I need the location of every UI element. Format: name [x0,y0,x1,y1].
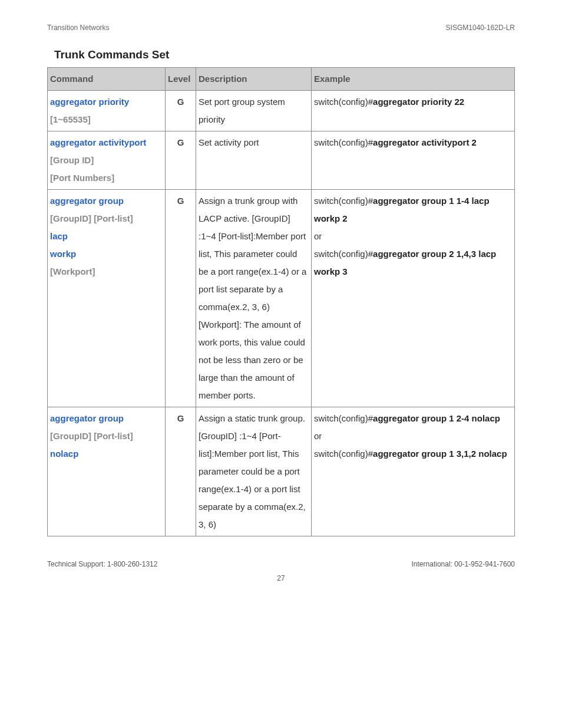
example-cell: switch(config)#aggregator activityport 2 [312,131,515,190]
example-line: or [314,228,512,245]
description-cell: Assign a trunk group with LACP active. [… [196,190,312,407]
command-part: aggregator group [50,410,163,427]
col-desc: Description [196,68,312,91]
page-number: 27 [47,574,515,582]
example-prefix: switch(config)# [314,137,373,147]
example-line: switch(config)#aggregator activityport 2 [314,134,512,151]
example-line: or [314,427,512,445]
example-prefix: or [314,231,322,241]
table-row: aggregator activityport[Group ID][Port N… [48,131,515,190]
table-row: aggregator group[GroupID] [Port-list]lac… [48,190,515,407]
example-cell: switch(config)#aggregator group 1 2-4 no… [312,407,515,536]
example-line: switch(config)#aggregator group 1 1-4 la… [314,192,512,228]
example-line: switch(config)#aggregator group 2 1,4,3 … [314,245,512,281]
example-prefix: switch(config)# [314,97,373,107]
example-bold: aggregator group 1 2-4 nolacp [373,413,500,423]
example-line: switch(config)#aggregator group 1 3,1,2 … [314,445,512,463]
description-cell: Set activity port [196,131,312,190]
command-part: [Group ID] [50,151,163,169]
example-bold: aggregator activityport 2 [373,137,477,147]
col-level: Level [166,68,196,91]
command-part: aggregator activityport [50,134,163,151]
col-example: Example [312,68,515,91]
example-cell: switch(config)#aggregator priority 22 [312,91,515,131]
command-cell: aggregator group[GroupID] [Port-list]lac… [48,190,166,407]
example-cell: switch(config)#aggregator group 1 1-4 la… [312,190,515,407]
example-prefix: switch(config)# [314,196,373,206]
header-left: Transition Networks [47,24,110,32]
description-cell: Assign a static trunk group. [GroupID] :… [196,407,312,536]
page-header: Transition Networks SISGM1040-162D-LR [47,24,515,32]
example-prefix: switch(config)# [314,449,373,459]
command-part: [GroupID] [Port-list] [50,427,163,445]
table-row: aggregator group[GroupID] [Port-list]nol… [48,407,515,536]
command-part: [Workport] [50,263,163,281]
example-bold: aggregator group 1 3,1,2 nolacp [373,449,507,459]
example-prefix: or [314,431,322,441]
command-part: workp [50,245,163,263]
command-cell: aggregator activityport[Group ID][Port N… [48,131,166,190]
example-line: switch(config)#aggregator group 1 2-4 no… [314,410,512,427]
command-part: aggregator group [50,192,163,210]
level-cell: G [166,131,196,190]
level-cell: G [166,91,196,131]
command-cell: aggregator priority[1~65535] [48,91,166,131]
section-title: Trunk Commands Set [54,48,515,61]
command-part: nolacp [50,445,163,463]
example-prefix: switch(config)# [314,249,373,259]
command-part: [1~65535] [50,111,163,129]
footer-right: International: 00-1-952-941-7600 [412,560,515,568]
command-part: [Port Numbers] [50,169,163,187]
command-part: aggregator priority [50,93,163,111]
command-part: [GroupID] [Port-list] [50,210,163,228]
command-cell: aggregator group[GroupID] [Port-list]nol… [48,407,166,536]
example-bold: aggregator priority 22 [373,97,464,107]
commands-table: Command Level Description Example aggreg… [47,67,515,536]
header-right: SISGM1040-162D-LR [446,24,515,32]
level-cell: G [166,190,196,407]
table-header-row: Command Level Description Example [48,68,515,91]
description-cell: Set port group system priority [196,91,312,131]
page-footer: Technical Support: 1-800-260-1312 Intern… [47,560,515,568]
col-command: Command [48,68,166,91]
table-row: aggregator priority[1~65535]GSet port gr… [48,91,515,131]
example-line: switch(config)#aggregator priority 22 [314,93,512,111]
level-cell: G [166,407,196,536]
command-part: lacp [50,228,163,245]
footer-left: Technical Support: 1-800-260-1312 [47,560,157,568]
example-prefix: switch(config)# [314,413,373,423]
